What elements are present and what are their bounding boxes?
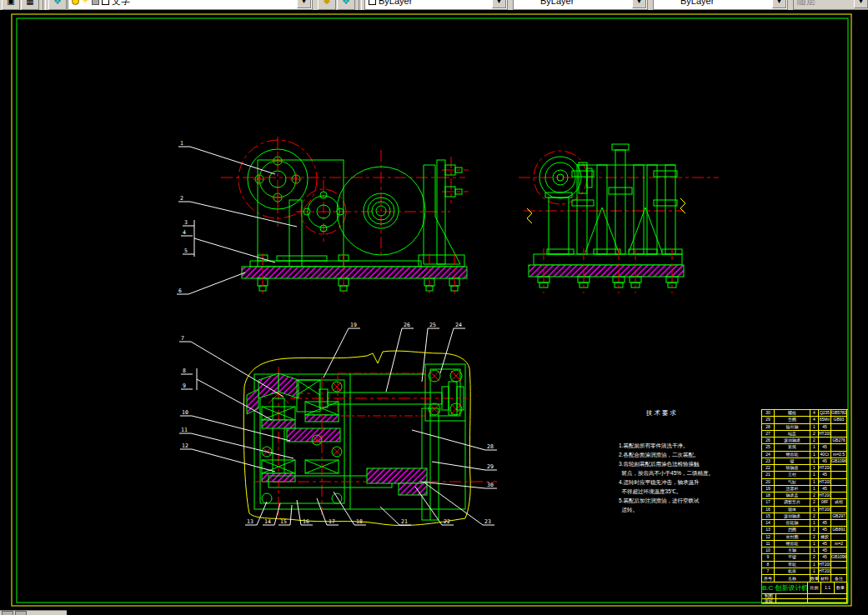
current-color: ByLayer [379, 0, 412, 6]
coupling-section [367, 468, 427, 483]
layer-manager-button[interactable]: ❖ [48, 0, 67, 10]
layer-previous-button[interactable]: ❖ [337, 0, 355, 10]
parts-table-row: 7机座1HT200 [762, 568, 848, 575]
svg-text:25: 25 [429, 322, 436, 328]
layer-dropdown-arrow[interactable]: ▼ [297, 0, 311, 8]
svg-text:30: 30 [487, 482, 494, 488]
parts-table-row: 29垫圈465MnGB93 [762, 417, 848, 423]
parts-table-rows: 30螺栓4Q235GB578229垫圈465MnGB9328输出轴14527端盖… [762, 410, 848, 575]
svg-text:1: 1 [180, 140, 183, 147]
toolbar-button-1[interactable]: ▣ [2, 0, 20, 10]
parts-table-row: 22联轴器1HT200 [762, 465, 848, 472]
svg-text:26: 26 [404, 322, 410, 328]
layers-icon: ❖ [53, 0, 62, 6]
svg-text:28: 28 [487, 443, 494, 450]
balloon-labels: 1234567891011121314151617182122231926252… [177, 140, 497, 525]
parts-table-row: 20气缸1HT200 [762, 479, 848, 486]
section-view [243, 351, 497, 525]
parts-table-row: 12密封圈2橡胶 [762, 534, 848, 541]
notes-title: 技术要求 [619, 408, 705, 419]
svg-text:29: 29 [487, 463, 494, 470]
svg-text:18: 18 [356, 518, 363, 525]
parts-table-row: 11锥齿轮145m=2 [762, 541, 848, 548]
application-window: ▣ ▦ ❖ ☀ 文字 ▼ ◆ ❖ ByLayer ▼ ByLayer [0, 0, 868, 615]
svg-text:10: 10 [182, 409, 188, 416]
parts-table-row: 10主轴145 [762, 548, 848, 554]
color-swatch-icon [369, 0, 376, 5]
make-object-layer-current-button[interactable]: ◆ [318, 0, 336, 10]
parts-table-row: 24锥齿轮140Crm=2.5 [762, 452, 848, 458]
svg-text:23: 23 [484, 518, 491, 525]
svg-text:9: 9 [183, 382, 186, 389]
svg-text:4: 4 [183, 229, 186, 236]
plotstyle-combobox: 随层 ▼ [793, 0, 868, 10]
parts-table-row: 27端盖2HT200 [762, 431, 848, 438]
parts-table-row: 21立柱145 [762, 472, 848, 478]
parts-table-row: 26滚动轴承2GB276 [762, 438, 848, 444]
layer-combobox[interactable]: ☀ 文字 ▼ [68, 0, 313, 10]
top-toolbar: ▣ ▦ ❖ ☀ 文字 ▼ ◆ ❖ ByLayer ▼ ByLayer [0, 0, 868, 10]
parts-table-row: 9平键245GB1096 [762, 554, 848, 561]
linetype-combobox[interactable]: ByLayer ▼ [513, 0, 648, 10]
front-view [221, 137, 469, 294]
parts-table-row: 18轴承盖2HT200 [762, 492, 848, 499]
parts-table-row: 14齿轮轴145 [762, 520, 848, 527]
parts-table-row: 28输出轴145 [762, 424, 848, 431]
toolbar-separator [359, 0, 362, 10]
svg-text:13: 13 [247, 518, 253, 525]
parts-table-row: 25套筒145 [762, 444, 848, 451]
cad-viewport[interactable]: 1234567891011121314151617182122231926252… [0, 10, 868, 615]
side-view [519, 144, 719, 293]
current-plotstyle: 随层 [797, 0, 815, 8]
svg-text:7: 7 [181, 335, 184, 342]
parts-table-row: 13挡圈245GB891 [762, 527, 848, 533]
bevel-gear-section [278, 373, 299, 398]
parts-table-row: 15滚动轴承2GB297 [762, 513, 848, 520]
lineweight-combobox[interactable]: ByLayer ▼ [653, 0, 788, 10]
svg-text:8: 8 [183, 368, 186, 374]
sun-icon[interactable]: ☀ [82, 0, 89, 5]
parts-list: 30螺栓4Q235GB578229垫圈465MnGB9328输出轴14527端盖… [761, 409, 848, 604]
color-dropdown-arrow[interactable]: ▼ [492, 0, 506, 8]
svg-text:2: 2 [180, 195, 183, 202]
svg-text:22: 22 [444, 518, 450, 525]
svg-text:19: 19 [350, 322, 357, 328]
notes-lines: 1.装配前所有零件清洗干净。2.各配合面涂润滑油，二次装配。3.齿轮副装配后用涂… [619, 441, 705, 514]
parts-table-row: 30螺栓4Q235GB5782 [762, 410, 848, 417]
svg-text:6: 6 [178, 288, 182, 294]
color-combobox[interactable]: ByLayer ▼ [364, 0, 508, 10]
lock-icon[interactable] [92, 0, 99, 5]
parts-table-row: 16箱体1HT200 [762, 507, 848, 513]
current-lineweight: ByLayer [680, 0, 714, 6]
svg-text:24: 24 [455, 322, 462, 328]
layer-color-swatch-icon [102, 0, 109, 5]
layer-current-icon: ◆ [324, 0, 330, 5]
lineweight-dropdown-arrow[interactable]: ▼ [772, 0, 786, 8]
bevel-gear-section [258, 373, 278, 398]
drawing-frame [12, 14, 851, 606]
current-layer-name: 文字 [112, 0, 130, 8]
layer-previous-icon: ❖ [342, 0, 350, 6]
svg-text:15: 15 [280, 518, 287, 525]
checker-label: 审核 [762, 599, 776, 604]
plotstyle-dropdown-arrow: ▼ [854, 0, 868, 8]
svg-text:16: 16 [303, 518, 309, 525]
svg-text:12: 12 [182, 442, 188, 449]
parts-table-header: 序号名称数量材料备注 [762, 575, 848, 582]
bottom-ui-sliver [0, 610, 67, 615]
cylinder-phantom-outline [338, 373, 425, 416]
parts-table-row: 19活塞杆145 [762, 486, 848, 492]
parts-table-row: 17调整垫片208F成组 [762, 499, 848, 506]
svg-text:5: 5 [184, 248, 188, 254]
bulb-icon[interactable] [72, 0, 79, 5]
svg-text:14: 14 [264, 518, 271, 525]
toolbar-button-2[interactable]: ▦ [21, 0, 39, 10]
current-linetype: ByLayer [540, 0, 574, 6]
scale-value: 1:1 [821, 582, 835, 594]
linetype-dropdown-arrow[interactable]: ▼ [632, 0, 646, 8]
drawing-title: B.C 创新设计机构 [762, 582, 808, 594]
qty-label: 数量 [835, 582, 847, 594]
toolbar-separator [43, 0, 46, 10]
gear-section [287, 428, 340, 442]
svg-text:11: 11 [181, 427, 188, 433]
